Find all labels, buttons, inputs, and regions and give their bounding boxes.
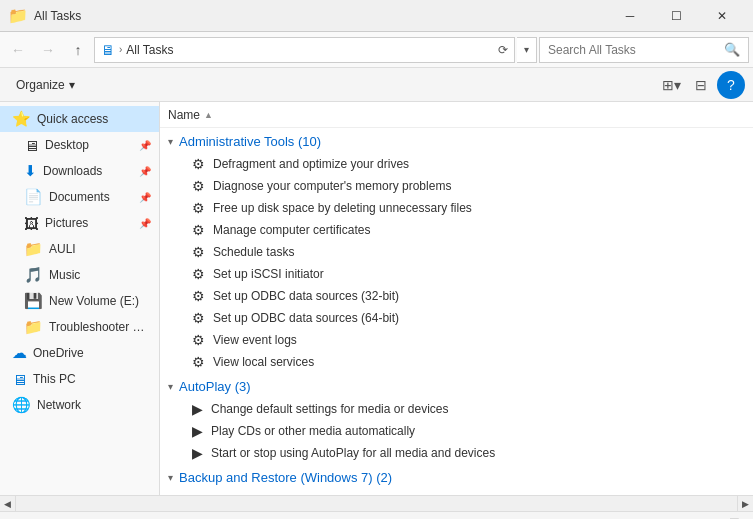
h-scroll-left[interactable]: ◀ [0, 496, 16, 512]
view-toggle-2[interactable]: ☰ [723, 514, 745, 520]
close-button[interactable]: ✕ [699, 0, 745, 32]
sidebar-music-label: Music [49, 268, 151, 282]
new-volume-icon: 💾 [24, 292, 43, 310]
h-scroll-right[interactable]: ▶ [737, 496, 753, 512]
organize-button[interactable]: Organize ▾ [8, 72, 83, 98]
task-item[interactable]: ⚙Manage computer certificates [160, 219, 753, 241]
title-bar: 📁 All Tasks ─ ☐ ✕ [0, 0, 753, 32]
task-item[interactable]: ▶Change default settings for media or de… [160, 398, 753, 420]
address-bar: ← → ↑ 🖥 › All Tasks ⟳ ▾ 🔍 [0, 32, 753, 68]
sidebar-item-quick-access[interactable]: ⭐ Quick access [0, 106, 159, 132]
task-icon: ⚙ [192, 156, 205, 172]
sidebar-quick-access-label: Quick access [37, 112, 151, 126]
group-header-admin-tools: ▾ Administrative Tools (10) [160, 128, 753, 153]
sort-icon: ▲ [204, 110, 213, 120]
task-icon: ⚙ [192, 310, 205, 326]
sidebar-item-music[interactable]: 🎵 Music [0, 262, 159, 288]
horizontal-scrollbar[interactable]: ◀ ▶ [0, 495, 753, 511]
address-dropdown[interactable]: ▾ [517, 37, 537, 63]
task-item[interactable]: ⚙Schedule tasks [160, 241, 753, 263]
task-item[interactable]: ⚙Diagnose your computer's memory problem… [160, 175, 753, 197]
troubleshooter-icon: 📁 [24, 318, 43, 336]
search-input[interactable] [548, 43, 720, 57]
sidebar-item-this-pc[interactable]: 🖥 This PC [0, 366, 159, 392]
task-label: Start or stop using AutoPlay for all med… [211, 446, 495, 460]
music-icon: 🎵 [24, 266, 43, 284]
sidebar-item-pictures[interactable]: 🖼 Pictures 📌 [0, 210, 159, 236]
documents-icon: 📄 [24, 188, 43, 206]
task-label: Schedule tasks [213, 245, 294, 259]
group-items-autoplay: ▶Change default settings for media or de… [160, 398, 753, 464]
sidebar-item-new-volume[interactable]: 💾 New Volume (E:) [0, 288, 159, 314]
task-item[interactable]: ▶Start or stop using AutoPlay for all me… [160, 442, 753, 464]
task-item[interactable]: ⚙View local services [160, 351, 753, 373]
view-icon: ⊞ [662, 77, 674, 93]
help-button[interactable]: ? [717, 71, 745, 99]
task-icon: ⚙ [192, 354, 205, 370]
network-icon: 🌐 [12, 396, 31, 414]
task-label: Manage computer certificates [213, 223, 370, 237]
task-item[interactable]: ⚙View event logs [160, 329, 753, 351]
pictures-icon: 🖼 [24, 215, 39, 232]
up-button[interactable]: ↑ [64, 36, 92, 64]
sidebar-onedrive-label: OneDrive [33, 346, 151, 360]
group-collapse-backup[interactable]: ▾ [168, 472, 173, 483]
sidebar-item-network[interactable]: 🌐 Network [0, 392, 159, 418]
task-icon: ▶ [192, 423, 203, 439]
auli-icon: 📁 [24, 240, 43, 258]
content-area: Name ▲ ▾ Administrative Tools (10) ⚙Defr… [160, 102, 753, 495]
this-pc-icon: 🖥 [12, 371, 27, 388]
sidebar-this-pc-label: This PC [33, 372, 151, 386]
task-icon: ⚙ [192, 200, 205, 216]
sidebar-documents-label: Documents [49, 190, 133, 204]
task-item[interactable]: ⚙Set up ODBC data sources (32-bit) [160, 285, 753, 307]
address-path[interactable]: 🖥 › All Tasks ⟳ [94, 37, 515, 63]
task-label: Diagnose your computer's memory problems [213, 179, 451, 193]
back-button[interactable]: ← [4, 36, 32, 64]
group-title-admin[interactable]: Administrative Tools (10) [179, 134, 321, 149]
task-item[interactable]: ⚙Set up iSCSI initiator [160, 263, 753, 285]
group-collapse-autoplay[interactable]: ▾ [168, 381, 173, 392]
view-options-button[interactable]: ⊞ ▾ [657, 71, 685, 99]
sidebar-auli-label: AULI [49, 242, 151, 256]
task-icon: ▶ [192, 401, 203, 417]
sidebar-item-troubleshooter[interactable]: 📁 Troubleshooter Wo... [0, 314, 159, 340]
group-items-admin: ⚙Defragment and optimize your drives⚙Dia… [160, 153, 753, 373]
column-header: Name ▲ [160, 102, 753, 128]
task-label: Set up ODBC data sources (32-bit) [213, 289, 399, 303]
h-scroll-track [16, 496, 737, 511]
sidebar-item-downloads[interactable]: ⬇ Downloads 📌 [0, 158, 159, 184]
panes-button[interactable]: ⊟ [687, 71, 715, 99]
task-item[interactable]: ⚙Defragment and optimize your drives [160, 153, 753, 175]
organize-arrow: ▾ [69, 78, 75, 92]
title-bar-icon: 📁 [8, 6, 28, 25]
group-header-autoplay: ▾ AutoPlay (3) [160, 373, 753, 398]
group-collapse-admin[interactable]: ▾ [168, 136, 173, 147]
minimize-button[interactable]: ─ [607, 0, 653, 32]
sidebar-pictures-label: Pictures [45, 216, 133, 230]
sidebar-downloads-label: Downloads [43, 164, 133, 178]
group-title-backup[interactable]: Backup and Restore (Windows 7) (2) [179, 470, 392, 485]
title-bar-title: All Tasks [34, 9, 607, 23]
view-toggle-1[interactable]: ⊞ [699, 514, 721, 520]
sidebar-item-desktop[interactable]: 🖥 Desktop 📌 [0, 132, 159, 158]
refresh-button[interactable]: ⟳ [498, 43, 508, 57]
organize-label: Organize [16, 78, 65, 92]
sidebar-item-onedrive[interactable]: ☁ OneDrive [0, 340, 159, 366]
status-bar: 206 items ⊞ ☰ [0, 511, 753, 519]
maximize-button[interactable]: ☐ [653, 0, 699, 32]
group-title-autoplay[interactable]: AutoPlay (3) [179, 379, 251, 394]
sidebar-item-auli[interactable]: 📁 AULI [0, 236, 159, 262]
desktop-icon: 🖥 [24, 137, 39, 154]
task-label: View event logs [213, 333, 297, 347]
toolbar: Organize ▾ ⊞ ▾ ⊟ ? [0, 68, 753, 102]
task-label: Free up disk space by deleting unnecessa… [213, 201, 472, 215]
task-item[interactable]: ⚙Set up ODBC data sources (64-bit) [160, 307, 753, 329]
name-column: Name [168, 108, 200, 122]
task-item[interactable]: ▶Play CDs or other media automatically [160, 420, 753, 442]
task-item[interactable]: ⚙Free up disk space by deleting unnecess… [160, 197, 753, 219]
sidebar-network-label: Network [37, 398, 151, 412]
search-icon: 🔍 [724, 42, 740, 57]
sidebar-item-documents[interactable]: 📄 Documents 📌 [0, 184, 159, 210]
forward-button[interactable]: → [34, 36, 62, 64]
